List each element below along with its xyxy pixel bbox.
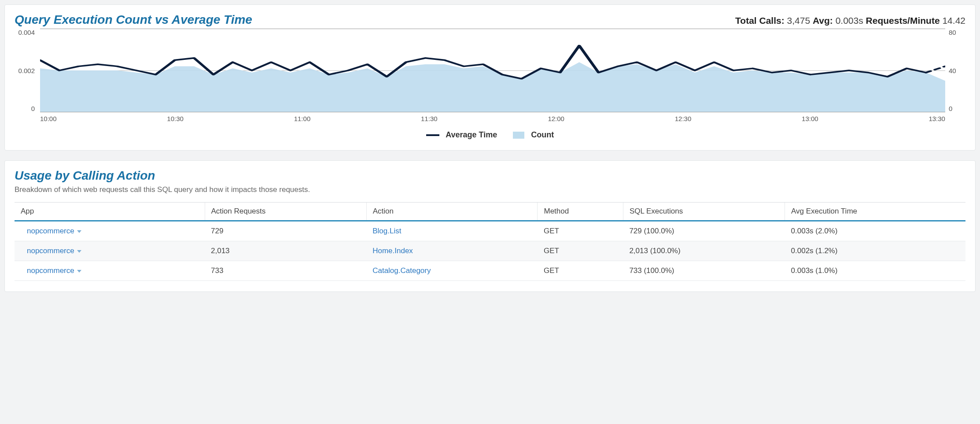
usage-title: Usage by Calling Action	[15, 169, 965, 183]
cell-app: nopcommerce	[15, 241, 205, 261]
table-row: nopcommerce729Blog.ListGET729 (100.0%)0.…	[15, 221, 965, 241]
col-app[interactable]: App	[15, 203, 205, 221]
col-action[interactable]: Action	[366, 203, 538, 221]
line-swatch-icon	[426, 134, 439, 136]
x-tick: 12:30	[675, 115, 692, 122]
cell-sql: 2,013 (100.0%)	[623, 241, 785, 261]
cell-method: GET	[538, 241, 623, 261]
x-axis: 10:0010:3011:0011:3012:0012:3013:0013:30	[40, 115, 945, 122]
y-left-tick: 0	[15, 105, 35, 112]
cell-avg: 0.002s (1.2%)	[785, 241, 965, 261]
cell-requests: 733	[205, 261, 366, 281]
total-calls-label: Total Calls:	[735, 15, 785, 26]
chart-title: Query Execution Count vs Average Time	[15, 13, 252, 27]
cell-avg: 0.003s (2.0%)	[785, 221, 965, 241]
x-tick: 11:00	[294, 115, 311, 122]
cell-app: nopcommerce	[15, 221, 205, 241]
y-axis-right: 80 40 0	[945, 29, 965, 112]
app-link[interactable]: nopcommerce	[27, 266, 74, 275]
caret-down-icon[interactable]	[77, 230, 81, 233]
usage-panel: Usage by Calling Action Breakdown of whi…	[4, 160, 976, 292]
app-link[interactable]: nopcommerce	[27, 227, 74, 235]
col-sql[interactable]: SQL Executions	[623, 203, 785, 221]
cell-method: GET	[538, 221, 623, 241]
cell-action: Catalog.Category	[366, 261, 538, 281]
chart-plot	[40, 29, 945, 112]
y-left-tick: 0.004	[15, 29, 35, 36]
y-right-tick: 0	[949, 105, 965, 112]
x-tick: 10:30	[167, 115, 184, 122]
y-right-tick: 80	[949, 29, 965, 36]
chart-svg	[40, 29, 945, 112]
action-link[interactable]: Home.Index	[372, 247, 413, 255]
chart-summary-stats: Total Calls: 3,475 Avg: 0.003s Requests/…	[735, 15, 965, 26]
area-swatch-icon	[513, 132, 524, 139]
cell-requests: 729	[205, 221, 366, 241]
legend-label-count: Count	[531, 130, 554, 139]
caret-down-icon[interactable]	[77, 270, 81, 273]
avg-label: Avg:	[813, 15, 833, 26]
chart-legend: Average Time Count	[15, 130, 965, 140]
usage-table-header-row: App Action Requests Action Method SQL Ex…	[15, 203, 965, 221]
y-left-tick: 0.002	[15, 67, 35, 74]
col-requests[interactable]: Action Requests	[205, 203, 366, 221]
usage-description: Breakdown of which web requests call thi…	[15, 185, 965, 194]
rpm-label: Requests/Minute	[866, 15, 940, 26]
cell-sql: 729 (100.0%)	[623, 221, 785, 241]
x-tick: 13:30	[928, 115, 945, 122]
legend-label-avg: Average Time	[446, 130, 497, 139]
usage-table: App Action Requests Action Method SQL Ex…	[15, 202, 965, 281]
total-calls-value: 3,475	[787, 15, 811, 26]
legend-item-count: Count	[513, 130, 554, 140]
cell-sql: 733 (100.0%)	[623, 261, 785, 281]
x-tick: 10:00	[40, 115, 57, 122]
table-row: nopcommerce2,013Home.IndexGET2,013 (100.…	[15, 241, 965, 261]
x-tick: 13:00	[802, 115, 818, 122]
cell-avg: 0.003s (1.0%)	[785, 261, 965, 281]
col-method[interactable]: Method	[538, 203, 623, 221]
rpm-value: 14.42	[942, 15, 965, 26]
app-link[interactable]: nopcommerce	[27, 247, 74, 255]
cell-method: GET	[538, 261, 623, 281]
table-row: nopcommerce733Catalog.CategoryGET733 (10…	[15, 261, 965, 281]
cell-action: Home.Index	[366, 241, 538, 261]
avg-time-line-dash	[926, 66, 945, 73]
cell-requests: 2,013	[205, 241, 366, 261]
y-right-tick: 40	[949, 67, 965, 74]
action-link[interactable]: Blog.List	[372, 227, 401, 235]
y-axis-left: 0.004 0.002 0	[15, 29, 38, 112]
x-tick: 11:30	[421, 115, 438, 122]
caret-down-icon[interactable]	[77, 250, 81, 253]
cell-app: nopcommerce	[15, 261, 205, 281]
legend-item-avg-time: Average Time	[426, 130, 497, 140]
col-avg[interactable]: Avg Execution Time	[785, 203, 965, 221]
avg-value: 0.003s	[836, 15, 863, 26]
chart-area[interactable]: 0.004 0.002 0 80 40 0 10:0010:3011:0011:…	[15, 29, 965, 140]
cell-action: Blog.List	[366, 221, 538, 241]
action-link[interactable]: Catalog.Category	[372, 266, 431, 275]
x-tick: 12:00	[548, 115, 564, 122]
chart-panel: Query Execution Count vs Average Time To…	[4, 4, 976, 151]
